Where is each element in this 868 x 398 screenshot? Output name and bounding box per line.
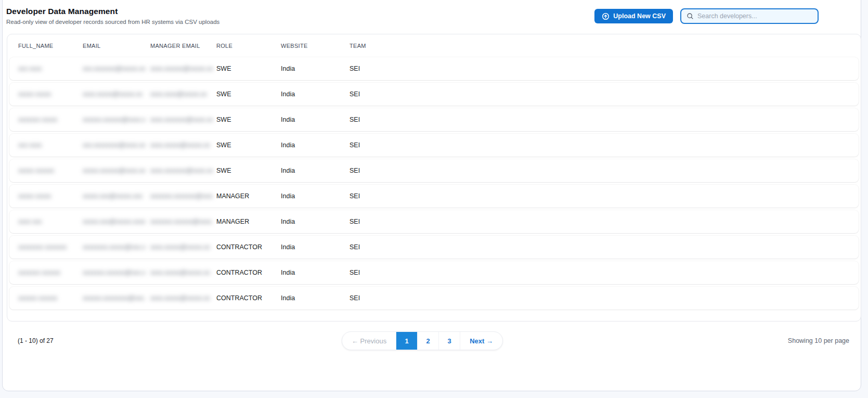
cell-manager-email-redacted: xxxxxxx.xxxxxx@xxxx.xx bbox=[150, 218, 213, 225]
column-header-full-name: FULL_NAME bbox=[18, 43, 83, 49]
developers-table-card: FULL_NAME EMAIL MANAGER EMAIL ROLE WEBSI… bbox=[7, 34, 861, 322]
cell-role: SWE bbox=[216, 91, 281, 98]
cell-role: SWE bbox=[216, 167, 281, 174]
cell-email-redacted: xxxxxx.xxxxxx@xxxx.xx bbox=[83, 116, 145, 123]
cell-website: India bbox=[281, 218, 349, 225]
developer-data-management-page: Developer Data Management Read-only view… bbox=[0, 0, 868, 398]
cell-full-name-redacted: xxxxxxx xxxxx bbox=[18, 116, 81, 123]
cell-role: CONTRACTOR bbox=[216, 269, 281, 276]
cell-email-redacted: xxxxxx.xxxxxxxx@xxx.xx bbox=[83, 294, 145, 302]
per-page-label: Showing 10 per page bbox=[788, 337, 849, 344]
cell-website: India bbox=[281, 116, 349, 123]
column-header-role: ROLE bbox=[216, 43, 281, 49]
cell-email-redacted: xxxx.xxxxx@xxxxx.xx bbox=[83, 91, 145, 98]
cell-email-redacted: xxx.xxxxxxx@xxxxx.xx bbox=[83, 65, 145, 72]
cell-role: CONTRACTOR bbox=[216, 294, 281, 302]
cell-team: SEI bbox=[349, 192, 859, 200]
search-box[interactable] bbox=[680, 8, 819, 24]
table-row: xxxxxxx xxxxxx xxxxxxx.xxxxxx@xxx.xx xxx… bbox=[9, 261, 859, 284]
cell-full-name-redacted: xxx xxxx bbox=[18, 65, 81, 72]
table-row: xxxxxxxx xxxxxxx xxxxxxxx.xxxxx@xxx.xx x… bbox=[9, 236, 859, 259]
cell-manager-email-redacted: xxxx.xxxxxx@xxxxx.xx bbox=[150, 65, 213, 72]
page-button-2[interactable]: 2 bbox=[417, 332, 438, 350]
content-panel: Developer Data Management Read-only view… bbox=[2, 0, 861, 391]
cell-email-redacted: xxx.xxxxxxxx@xxxx.xx bbox=[83, 142, 145, 149]
table-row: xxxxx xxxxx xxxx.xxxxx@xxxxx.xx xxxx.xxx… bbox=[9, 83, 859, 106]
cell-website: India bbox=[281, 142, 349, 149]
cell-website: India bbox=[281, 91, 349, 98]
cell-role: CONTRACTOR bbox=[216, 243, 281, 251]
cell-team: SEI bbox=[349, 243, 859, 251]
page-button-3[interactable]: 3 bbox=[438, 332, 460, 350]
column-header-email: EMAIL bbox=[83, 43, 150, 49]
cell-email-redacted: xxxxx.xxxxxx@xxxx.xx bbox=[83, 167, 145, 174]
cell-role: MANAGER bbox=[216, 218, 281, 225]
cell-team: SEI bbox=[349, 91, 859, 98]
search-input[interactable] bbox=[697, 12, 812, 20]
page-title: Developer Data Management bbox=[6, 7, 219, 16]
cell-team: SEI bbox=[349, 65, 859, 72]
range-label: (1 - 10) of 27 bbox=[18, 337, 54, 344]
magnifier-icon bbox=[686, 12, 694, 20]
cell-manager-email-redacted: xxxx.xxxxx@xxxxx.xx bbox=[150, 269, 213, 276]
pagination: ← Previous 123 Next → bbox=[342, 331, 503, 350]
toolbar: Upload New CSV bbox=[594, 8, 819, 24]
cell-website: India bbox=[281, 243, 349, 251]
cell-team: SEI bbox=[349, 218, 859, 225]
cell-website: India bbox=[281, 65, 349, 72]
cell-manager-email-redacted: xxxx.xxxxx@xxxxx.xx bbox=[150, 243, 213, 251]
cell-team: SEI bbox=[349, 167, 859, 174]
cell-team: SEI bbox=[349, 142, 859, 149]
cell-full-name-redacted: xxxxxxx xxxxxx bbox=[18, 269, 81, 276]
table-row: xxx xxxx xxx.xxxxxxx@xxxxx.xx xxxx.xxxxx… bbox=[9, 57, 859, 80]
cell-email-redacted: xxxxx.xxx@xxxxx.xxx bbox=[83, 192, 145, 200]
table-header-row: FULL_NAME EMAIL MANAGER EMAIL ROLE WEBSI… bbox=[7, 34, 861, 57]
cell-team: SEI bbox=[349, 294, 859, 302]
table-footer: (1 - 10) of 27 ← Previous 123 Next → Sho… bbox=[7, 331, 856, 351]
page-subtitle: Read-only view of developer records sour… bbox=[6, 19, 219, 25]
table-row: xxx xxxx xxx.xxxxxxxx@xxxx.xx xxxx.xxxxx… bbox=[9, 134, 859, 157]
table-row: xxxxxx xxxxxx xxxxxx.xxxxxxxx@xxx.xx xxx… bbox=[9, 287, 859, 310]
cell-manager-email-redacted: xxxx.xxxxxxx@xxxx.xx bbox=[150, 167, 213, 174]
cell-email-redacted: xxxxxxx.xxxxxx@xxx.xx bbox=[83, 269, 145, 276]
cell-email-redacted: xxxxxxxx.xxxxx@xxx.xx bbox=[83, 243, 145, 251]
circle-arrow-up-icon bbox=[602, 12, 610, 20]
cell-full-name-redacted: xxx xxxx bbox=[18, 142, 81, 149]
previous-page-button[interactable]: ← Previous bbox=[342, 332, 396, 350]
table-row: xxxx xxx xxxxx.xxx@xxxxx.xxxx xxxxxxx.xx… bbox=[9, 210, 859, 233]
cell-manager-email-redacted: xxxx.xxxx@xxxxx.xx bbox=[150, 91, 213, 98]
cell-team: SEI bbox=[349, 269, 859, 276]
cell-email-redacted: xxxxx.xxx@xxxxx.xxxx bbox=[83, 218, 145, 225]
upload-new-csv-button[interactable]: Upload New CSV bbox=[594, 9, 673, 23]
table-row: xxxxxxx xxxxx xxxxxx.xxxxxx@xxxx.xx xxxx… bbox=[9, 108, 859, 131]
cell-full-name-redacted: xxxxxxxx xxxxxxx bbox=[18, 243, 81, 251]
table-row: xxxxx xxxxx xxxxx.xxx@xxxxx.xxx xxxxxxx.… bbox=[9, 185, 859, 208]
page-button-1[interactable]: 1 bbox=[396, 332, 417, 350]
cell-role: SWE bbox=[216, 65, 281, 72]
cell-full-name-redacted: xxxxx xxxxx bbox=[18, 192, 81, 200]
column-header-website: WEBSITE bbox=[281, 43, 349, 49]
cell-full-name-redacted: xxxxx xxxxx bbox=[18, 91, 81, 98]
cell-manager-email-redacted: xxxxxxx.xxxxxxx@xxxx.xx bbox=[150, 192, 213, 200]
page-header: Developer Data Management Read-only view… bbox=[6, 7, 219, 25]
cell-website: India bbox=[281, 167, 349, 174]
cell-role: SWE bbox=[216, 116, 281, 123]
cell-full-name-redacted: xxxxxx xxxxxx bbox=[18, 294, 81, 302]
cell-website: India bbox=[281, 192, 349, 200]
cell-website: India bbox=[281, 269, 349, 276]
upload-button-label: Upload New CSV bbox=[613, 12, 666, 20]
column-header-team: TEAM bbox=[349, 43, 861, 49]
cell-manager-email-redacted: xxxx.xxxxx@xxxxx.xx bbox=[150, 294, 213, 302]
cell-role: SWE bbox=[216, 142, 281, 149]
cell-website: India bbox=[281, 294, 349, 302]
next-page-button[interactable]: Next → bbox=[460, 332, 502, 350]
table-row: xxxxx xxxxxx xxxxx.xxxxxx@xxxx.xx xxxx.x… bbox=[9, 159, 859, 182]
column-header-manager-email: MANAGER EMAIL bbox=[150, 43, 216, 49]
cell-team: SEI bbox=[349, 116, 859, 123]
table-body: xxx xxxx xxx.xxxxxxx@xxxxx.xx xxxx.xxxxx… bbox=[7, 57, 861, 310]
cell-manager-email-redacted: xxxx.xxxxx@xxxxx.xx bbox=[150, 142, 213, 149]
cell-manager-email-redacted: xxxx.xxxxxxx@xxxx.xx bbox=[150, 116, 213, 123]
cell-full-name-redacted: xxxx xxx bbox=[18, 218, 81, 225]
cell-full-name-redacted: xxxxx xxxxxx bbox=[18, 167, 81, 174]
cell-role: MANAGER bbox=[216, 192, 281, 200]
